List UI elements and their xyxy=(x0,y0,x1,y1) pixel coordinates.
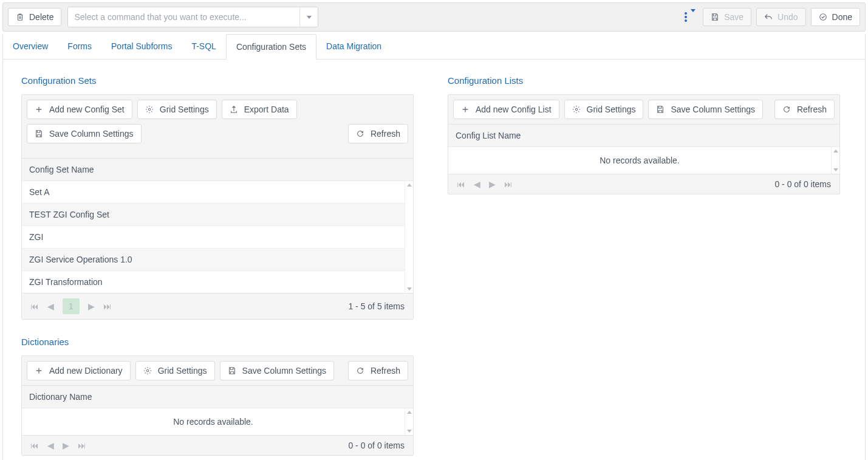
pager-last-icon[interactable]: ⏭ xyxy=(103,301,112,311)
pager-info: 0 - 0 of 0 items xyxy=(348,441,405,450)
add-config-list-button[interactable]: Add new Config List xyxy=(453,100,559,119)
trash-icon xyxy=(16,13,24,21)
grid-settings-button[interactable]: Grid Settings xyxy=(135,361,215,380)
save-columns-button[interactable]: Save Column Settings xyxy=(648,100,763,119)
export-data-label: Export Data xyxy=(244,105,289,114)
svg-point-1 xyxy=(148,108,151,111)
pager-prev-icon[interactable]: ◀ xyxy=(47,301,54,311)
config-sets-pager: ⏮ ◀ 1 ▶ ⏭ 1 - 5 of 5 items xyxy=(22,293,413,319)
pager-info: 0 - 0 of 0 items xyxy=(774,179,831,189)
tab-configuration-sets[interactable]: Configuration Sets xyxy=(226,34,316,60)
toolbar-right: Save Undo Done xyxy=(682,8,860,26)
config-lists-pager: ⏮ ◀ ▶ ⏭ 0 - 0 of 0 items xyxy=(448,174,839,194)
save-columns-label: Save Column Settings xyxy=(671,105,755,114)
export-data-button[interactable]: Export Data xyxy=(222,100,297,119)
plus-icon xyxy=(35,105,43,114)
config-sets-rows: Set A TEST ZGI Config Set ZGI ZGI Servic… xyxy=(22,181,405,293)
tab-tsql[interactable]: T-SQL xyxy=(182,34,225,59)
grid-settings-button[interactable]: Grid Settings xyxy=(564,100,644,119)
config-lists-grid: Add new Config List Grid Settings Save C… xyxy=(448,94,840,194)
refresh-button[interactable]: Refresh xyxy=(348,124,408,143)
config-sets-grid: Add new Config Set Grid Settings Export … xyxy=(21,94,414,320)
save-icon xyxy=(711,13,719,21)
add-config-set-label: Add new Config Set xyxy=(49,105,125,114)
table-row[interactable]: ZGI Transformation xyxy=(22,271,405,293)
grid-settings-label: Grid Settings xyxy=(587,105,636,114)
scroll-down-icon xyxy=(833,168,838,171)
pager-page-number[interactable]: 1 xyxy=(63,298,80,314)
pager-info: 1 - 5 of 5 items xyxy=(348,301,405,311)
no-records-message: No records available. xyxy=(22,408,405,435)
save-columns-button[interactable]: Save Column Settings xyxy=(27,124,142,143)
pager-last-icon[interactable]: ⏭ xyxy=(78,441,86,450)
save-label: Save xyxy=(724,12,743,22)
dictionary-name-header[interactable]: Dictionary Name xyxy=(29,392,397,402)
refresh-icon xyxy=(356,129,364,138)
chevron-down-icon xyxy=(299,7,318,27)
save-columns-label: Save Column Settings xyxy=(49,129,134,139)
right-column: Configuration Lists Add new Config List … xyxy=(448,70,855,194)
tab-portal-subforms[interactable]: Portal Subforms xyxy=(101,34,182,59)
config-set-name-header[interactable]: Config Set Name xyxy=(29,165,397,174)
table-row[interactable]: ZGI xyxy=(22,226,405,249)
grid-settings-label: Grid Settings xyxy=(160,105,209,114)
pager-first-icon[interactable]: ⏮ xyxy=(30,441,39,450)
grid-settings-button[interactable]: Grid Settings xyxy=(137,100,217,119)
refresh-button[interactable]: Refresh xyxy=(774,100,835,119)
refresh-icon xyxy=(782,105,791,114)
main-panel: Overview Forms Portal Subforms T-SQL Con… xyxy=(2,34,866,460)
refresh-label: Refresh xyxy=(371,366,400,376)
pager-first-icon[interactable]: ⏮ xyxy=(457,179,465,189)
tab-data-migration[interactable]: Data Migration xyxy=(316,34,391,59)
save-columns-label: Save Column Settings xyxy=(242,366,327,376)
scroll-up-icon xyxy=(833,149,838,153)
save-icon xyxy=(656,105,665,114)
config-lists-section: Configuration Lists Add new Config List … xyxy=(448,75,855,194)
pager-next-icon[interactable]: ▶ xyxy=(489,179,496,189)
pager-prev-icon[interactable]: ◀ xyxy=(474,179,480,189)
dictionaries-grid: Add new Dictionary Grid Settings Save Co… xyxy=(21,355,414,456)
vertical-scrollbar[interactable] xyxy=(405,408,413,435)
content-area: Configuration Sets Add new Config Set Gr… xyxy=(3,60,865,460)
done-button[interactable]: Done xyxy=(811,8,860,26)
export-icon xyxy=(230,105,238,114)
gear-icon xyxy=(572,105,581,114)
vertical-scrollbar[interactable] xyxy=(405,181,413,293)
tab-strip: Overview Forms Portal Subforms T-SQL Con… xyxy=(3,34,865,60)
pager-first-icon[interactable]: ⏮ xyxy=(30,301,39,311)
refresh-icon xyxy=(356,366,364,375)
save-icon xyxy=(228,366,236,375)
command-placeholder: Select a command that you want to execut… xyxy=(68,12,299,22)
save-icon xyxy=(35,129,43,138)
add-dictionary-button[interactable]: Add new Dictionary xyxy=(27,361,131,380)
tab-overview[interactable]: Overview xyxy=(3,34,58,59)
undo-button[interactable]: Undo xyxy=(756,8,805,26)
table-row[interactable]: TEST ZGI Config Set xyxy=(22,204,405,226)
config-list-name-header[interactable]: Config List Name xyxy=(456,131,824,140)
pager-prev-icon[interactable]: ◀ xyxy=(47,441,54,450)
dictionaries-pager: ⏮ ◀ ▶ ⏭ 0 - 0 of 0 items xyxy=(22,435,413,455)
check-circle-icon xyxy=(819,13,827,21)
more-actions-menu[interactable] xyxy=(682,12,698,22)
pager-next-icon[interactable]: ▶ xyxy=(63,441,69,450)
table-row[interactable]: Set A xyxy=(22,181,405,204)
command-dropdown[interactable]: Select a command that you want to execut… xyxy=(67,7,318,27)
svg-point-3 xyxy=(575,108,578,111)
save-button[interactable]: Save xyxy=(703,8,751,26)
dictionaries-section: Dictionaries Add new Dictionary Grid Set… xyxy=(8,337,415,456)
scroll-down-icon xyxy=(407,287,412,290)
vertical-scrollbar[interactable] xyxy=(831,147,839,174)
refresh-button[interactable]: Refresh xyxy=(348,361,408,380)
table-row[interactable]: ZGI Service Operations 1.0 xyxy=(22,249,405,271)
config-sets-toolbar: Add new Config Set Grid Settings Export … xyxy=(22,95,413,159)
add-config-set-button[interactable]: Add new Config Set xyxy=(27,100,132,119)
config-lists-toolbar: Add new Config List Grid Settings Save C… xyxy=(448,95,839,125)
gear-icon xyxy=(143,366,152,375)
config-lists-title: Configuration Lists xyxy=(448,75,855,86)
config-sets-section: Configuration Sets Add new Config Set Gr… xyxy=(8,75,415,320)
pager-next-icon[interactable]: ▶ xyxy=(88,301,95,311)
delete-button[interactable]: Delete xyxy=(8,8,61,26)
save-columns-button[interactable]: Save Column Settings xyxy=(220,361,335,380)
pager-last-icon[interactable]: ⏭ xyxy=(504,179,513,189)
tab-forms[interactable]: Forms xyxy=(58,34,101,59)
